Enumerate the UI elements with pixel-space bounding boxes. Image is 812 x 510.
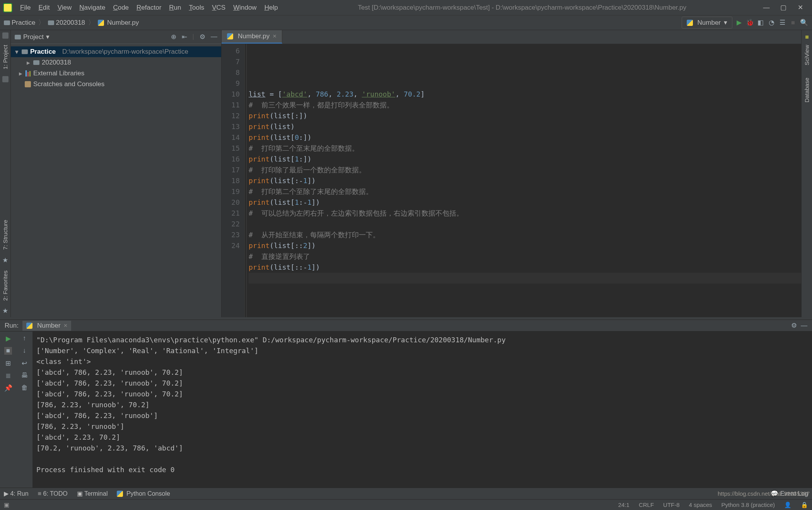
run-tab[interactable]: Number × [22, 321, 71, 331]
menu-run[interactable]: Run [165, 2, 185, 13]
line-gutter[interactable]: 6789101112131415161718192021222324 [222, 44, 245, 317]
folder-icon [48, 20, 54, 25]
scratch-icon [25, 81, 31, 87]
structure-tool-tab[interactable]: 7: Structure [1, 217, 9, 253]
lock-icon[interactable]: 🔒 [801, 502, 808, 508]
coverage-button[interactable]: ◧ [756, 19, 765, 27]
project-tool-window: Project ▾ ⊕ ⇤ | ⚙ — ▾ Practice D:\worksp… [11, 30, 222, 317]
filter-button[interactable]: ≣ [4, 372, 12, 379]
run-tab-button[interactable]: ▶ 4: Run [4, 490, 29, 497]
tool-windows-button[interactable]: ▣ [4, 502, 9, 508]
breadcrumb-item[interactable]: Number.py [107, 19, 139, 27]
chevron-down-icon[interactable]: ▾ [46, 33, 49, 41]
status-bar: ▣ 24:1 CRLF UTF-8 4 spaces Python 3.8 (p… [0, 499, 812, 510]
status-encoding[interactable]: UTF-8 [663, 502, 680, 508]
analysis-marker[interactable] [805, 36, 809, 39]
folder-icon [33, 60, 39, 65]
down-button[interactable]: ↓ [20, 347, 28, 355]
sciview-tool-tab[interactable]: SciView [803, 42, 811, 68]
menu-window[interactable]: Window [229, 2, 260, 13]
window-controls: — ▢ ✕ [763, 4, 809, 12]
menu-refactor[interactable]: Refactor [133, 2, 165, 13]
profile-button[interactable]: ◔ [767, 19, 776, 27]
close-button[interactable]: ✕ [797, 4, 804, 12]
menu-edit[interactable]: Edit [34, 2, 53, 13]
star-icon[interactable]: ★ [2, 256, 8, 264]
rerun-button[interactable]: ▶ [4, 335, 12, 342]
database-tool-tab[interactable]: Database [803, 75, 811, 105]
close-icon[interactable]: × [273, 32, 276, 40]
star-icon: ★ [2, 307, 8, 315]
menu-navigate[interactable]: Navigate [75, 2, 109, 13]
stop-button[interactable]: ■ [4, 347, 12, 355]
menu-code[interactable]: Code [109, 2, 133, 13]
stop-button[interactable]: ■ [789, 19, 797, 27]
run-toolbar-primary: ▶ ■ ⊞ ≣ 📌 [0, 332, 16, 488]
terminal-tab-button[interactable]: ▣ Terminal [77, 490, 108, 497]
print-button[interactable]: 🖶 [20, 372, 28, 379]
navigation-bar: Practice 〉 20200318 〉 Number.py Number ▾… [0, 15, 812, 30]
project-tool-tab[interactable]: 1: Project [1, 42, 9, 72]
wrap-button[interactable]: ↩ [20, 359, 28, 367]
locate-icon[interactable]: ⊕ [171, 33, 176, 41]
tree-item[interactable]: ▸ 20200318 [11, 57, 221, 68]
titlebar: FileEditViewNavigateCodeRefactorRunTools… [0, 0, 812, 15]
project-panel-title[interactable]: Project [23, 33, 44, 41]
debug-button[interactable]: 🐞 [745, 19, 754, 27]
todo-tab-button[interactable]: ≡ 6: TODO [38, 490, 68, 497]
up-button[interactable]: ↑ [20, 335, 28, 342]
status-interpreter[interactable]: Python 3.8 (practice) [722, 502, 775, 508]
hide-icon[interactable]: — [211, 33, 217, 41]
hide-icon[interactable]: — [801, 322, 807, 330]
run-header: Run: Number × ⚙ — [0, 320, 812, 332]
folder-icon[interactable] [2, 76, 9, 82]
inspection-icon[interactable]: 👤 [784, 502, 792, 508]
project-tree[interactable]: ▾ Practice D:\workspace\pycharm-workspac… [11, 44, 221, 92]
python-icon [117, 491, 123, 497]
python-file-icon [98, 20, 104, 26]
code-editor[interactable]: list = ['abcd', 786, 2.23, 'runoob', 70.… [245, 44, 801, 317]
pin-button[interactable]: 📌 [4, 384, 12, 392]
run-button[interactable]: ▶ [735, 19, 743, 27]
menu-file[interactable]: File [16, 2, 34, 13]
maximize-button[interactable]: ▢ [780, 4, 787, 12]
expand-icon[interactable]: ▾ [14, 48, 19, 56]
tree-item-libs[interactable]: ▸ External Libraries [11, 68, 221, 79]
search-everywhere-button[interactable]: 🔍 [800, 19, 808, 27]
run-config-selector[interactable]: Number ▾ [682, 17, 732, 29]
watermark-overlay: https://blog.csdn.net/a/aL 32335307 [718, 490, 810, 497]
editor-tab[interactable]: Number.py × [222, 30, 282, 44]
close-icon[interactable]: × [63, 322, 67, 330]
minimize-button[interactable]: — [763, 4, 770, 12]
collapse-icon[interactable]: ⇤ [182, 33, 187, 41]
layout-button[interactable]: ⊞ [4, 359, 12, 367]
menu-bar: FileEditViewNavigateCodeRefactorRunTools… [16, 2, 282, 13]
breadcrumb-item[interactable]: 20200318 [56, 19, 85, 27]
run-tab-label: Number [37, 322, 60, 330]
attach-button[interactable]: ☰ [778, 19, 786, 27]
gear-icon[interactable]: ⚙ [200, 33, 205, 41]
breadcrumb: Practice 〉 20200318 〉 Number.py [4, 18, 139, 27]
breadcrumb-item[interactable]: Practice [12, 19, 35, 27]
status-indent[interactable]: 4 spaces [689, 502, 712, 508]
console-output[interactable]: "D:\Program Files\anaconda3\envs\practic… [32, 332, 812, 488]
tree-root[interactable]: ▾ Practice D:\workspace\pycharm-workspac… [11, 46, 221, 57]
run-config-label: Number [698, 19, 721, 27]
run-tool-window: Run: Number × ⚙ — ▶ ■ ⊞ ≣ 📌 ↑ ↓ ↩ 🖶 🗑 "D… [0, 320, 812, 488]
menu-vcs[interactable]: VCS [208, 2, 229, 13]
menu-help[interactable]: Help [261, 2, 282, 13]
gear-icon[interactable]: ⚙ [791, 321, 797, 330]
right-tool-stripe: SciView Database [801, 30, 812, 317]
python-console-tab-button[interactable]: Python Console [117, 490, 170, 497]
favorites-tool-tab[interactable]: 2: Favorites [1, 267, 9, 304]
grid-icon[interactable] [2, 32, 9, 39]
status-line-sep[interactable]: CRLF [639, 502, 654, 508]
menu-tools[interactable]: Tools [185, 2, 208, 13]
python-file-icon [26, 323, 32, 329]
expand-icon[interactable]: ▸ [26, 59, 31, 67]
status-position[interactable]: 24:1 [618, 502, 629, 508]
expand-icon[interactable]: ▸ [18, 70, 23, 78]
tree-item-scratches[interactable]: Scratches and Consoles [11, 79, 221, 90]
trash-button[interactable]: 🗑 [20, 384, 28, 392]
menu-view[interactable]: View [54, 2, 76, 13]
